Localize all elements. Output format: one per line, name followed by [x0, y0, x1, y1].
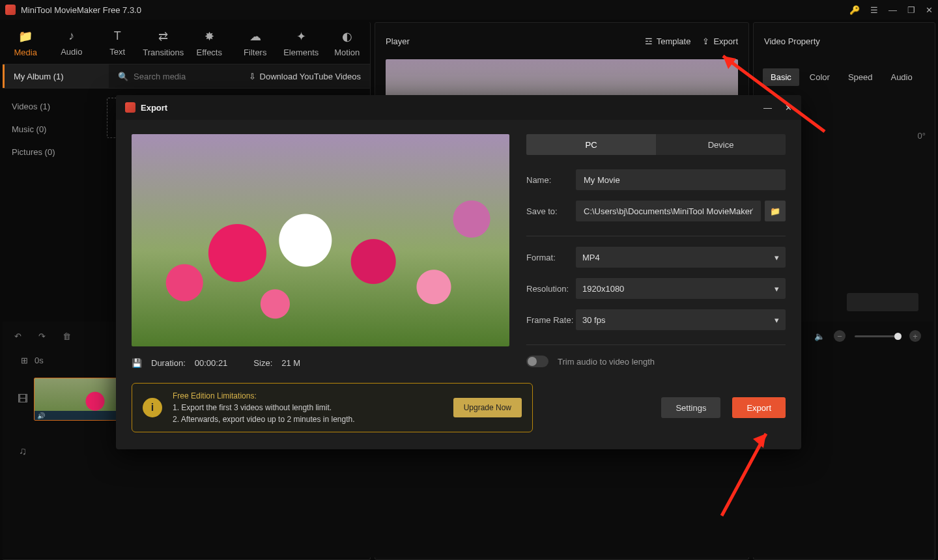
- prop-tab-audio[interactable]: Audio: [883, 68, 920, 86]
- clip-audio-icon: 🔊: [37, 412, 45, 419]
- dialog-app-icon: [125, 102, 135, 113]
- tab-elements[interactable]: ✦Elements: [278, 22, 324, 64]
- media-cat-videos[interactable]: Videos (1): [3, 95, 98, 118]
- export-target-pc[interactable]: PC: [526, 134, 656, 155]
- title-bar: MiniTool MovieMaker Free 7.3.0 🔑 ☰ — ❐ ✕: [0, 0, 938, 20]
- video-track-icon: 🎞: [12, 393, 34, 405]
- close-icon[interactable]: ✕: [926, 5, 933, 15]
- limitations-heading: Free Edition Limitations:: [173, 390, 443, 402]
- save-label: Save to:: [526, 206, 576, 216]
- tool-tabs: 📁Media ♪Audio TText ⇄Transitions ✸Effect…: [3, 22, 370, 64]
- prop-tab-basic[interactable]: Basic: [763, 68, 799, 86]
- browse-button[interactable]: 📁: [765, 201, 786, 221]
- tab-label: Audio: [61, 47, 82, 57]
- ruler-start: 0s: [35, 356, 44, 365]
- export-dialog: Export — ✕ 💾 Duration: 00:00:21 Size: 21…: [116, 95, 801, 449]
- export-icon: ⇪: [702, 36, 709, 46]
- resolution-select[interactable]: 1920x1080▾: [576, 278, 786, 299]
- search-placeholder: Search media: [134, 72, 186, 81]
- trim-audio-toggle[interactable]: [526, 356, 548, 367]
- tab-label: Motion: [334, 48, 360, 57]
- tab-label: Effects: [196, 48, 222, 57]
- reset-button[interactable]: [847, 293, 918, 311]
- template-button[interactable]: ☲Template: [645, 36, 691, 46]
- name-label: Name:: [526, 175, 576, 185]
- limitations-line2: 2. Afterwards, export video up to 2 minu…: [173, 413, 443, 425]
- undo-icon[interactable]: ↶: [14, 331, 21, 341]
- tab-filters[interactable]: ☁Filters: [233, 22, 279, 64]
- trim-audio-label: Trim audio to video length: [558, 357, 655, 367]
- zoom-in-icon[interactable]: +: [909, 330, 921, 342]
- menu-icon[interactable]: ☰: [870, 5, 878, 15]
- music-icon: ♪: [68, 29, 74, 43]
- size-label: Size:: [253, 358, 272, 368]
- tab-audio[interactable]: ♪Audio: [49, 22, 95, 64]
- zoom-slider[interactable]: [855, 335, 900, 337]
- tab-label: Text: [109, 47, 125, 57]
- dialog-close-icon[interactable]: ✕: [785, 103, 792, 113]
- upgrade-now-button[interactable]: Upgrade Now: [453, 398, 522, 417]
- chevron-down-icon: ▾: [775, 315, 779, 325]
- tab-label: Media: [14, 48, 37, 57]
- app-title: MiniTool MovieMaker Free 7.3.0: [21, 5, 141, 15]
- minimize-icon[interactable]: —: [888, 5, 897, 15]
- framerate-label: Frame Rate:: [526, 315, 576, 325]
- download-icon: ⇩: [249, 72, 256, 81]
- export-confirm-button[interactable]: Export: [732, 397, 786, 418]
- export-button[interactable]: ⇪Export: [702, 36, 738, 46]
- mute-icon[interactable]: 🔈: [814, 331, 825, 341]
- tab-transitions[interactable]: ⇄Transitions: [141, 22, 187, 64]
- media-cat-music[interactable]: Music (0): [3, 118, 98, 141]
- app-window: MiniTool MovieMaker Free 7.3.0 🔑 ☰ — ❐ ✕…: [0, 0, 938, 560]
- duration-label: Duration:: [151, 358, 186, 368]
- limitations-line1: 1. Export the first 3 videos without len…: [173, 402, 443, 413]
- dialog-title: Export: [141, 103, 167, 113]
- search-input[interactable]: 🔍 Search media: [109, 72, 240, 81]
- name-input[interactable]: [576, 169, 786, 190]
- duration-value: 00:00:21: [195, 358, 228, 368]
- delete-icon[interactable]: 🗑: [63, 331, 71, 341]
- format-select[interactable]: MP4▾: [576, 247, 786, 268]
- download-youtube-button[interactable]: ⇩ Download YouTube Videos: [240, 72, 370, 81]
- tab-label: Elements: [283, 48, 319, 57]
- tab-label: Transitions: [143, 48, 184, 57]
- settings-button[interactable]: Settings: [661, 397, 720, 418]
- export-preview: [132, 134, 509, 346]
- tab-motion[interactable]: ◐Motion: [324, 22, 371, 64]
- export-target-segmented: PC Device: [526, 134, 786, 155]
- effects-icon: ✸: [205, 29, 214, 44]
- prop-tab-speed[interactable]: Speed: [840, 68, 881, 86]
- tab-label: Filters: [244, 48, 266, 57]
- zoom-out-icon[interactable]: −: [834, 330, 846, 342]
- export-target-device[interactable]: Device: [656, 134, 786, 155]
- folder-icon: 📁: [18, 29, 33, 44]
- chevron-down-icon: ▾: [775, 284, 779, 294]
- audio-track-icon: ♫: [12, 445, 34, 457]
- folder-icon: 📁: [770, 206, 780, 216]
- elements-icon: ✦: [296, 29, 306, 44]
- dialog-minimize-icon[interactable]: —: [763, 103, 772, 113]
- album-tab[interactable]: My Album (1): [3, 64, 109, 88]
- template-icon: ☲: [645, 36, 653, 46]
- upgrade-key-icon[interactable]: 🔑: [849, 5, 860, 15]
- transition-icon: ⇄: [158, 29, 168, 44]
- free-limitations-box: i Free Edition Limitations: 1. Export th…: [132, 383, 533, 432]
- media-cat-pictures[interactable]: Pictures (0): [3, 141, 98, 163]
- add-marker-icon[interactable]: ⊞: [21, 356, 28, 365]
- search-icon: 🔍: [118, 72, 128, 81]
- framerate-select[interactable]: 30 fps▾: [576, 309, 786, 330]
- rotate-value: 0°: [918, 131, 926, 141]
- info-icon: i: [143, 398, 162, 417]
- filters-icon: ☁: [249, 29, 261, 44]
- save-meta-icon: 💾: [132, 358, 142, 368]
- player-title: Player: [386, 36, 410, 46]
- tab-effects[interactable]: ✸Effects: [186, 22, 233, 64]
- tab-text[interactable]: TText: [94, 22, 141, 64]
- save-path-input[interactable]: [576, 201, 761, 221]
- maximize-icon[interactable]: ❐: [907, 5, 915, 15]
- app-icon: [5, 5, 16, 15]
- prop-tab-color[interactable]: Color: [802, 68, 838, 86]
- redo-icon[interactable]: ↷: [38, 331, 46, 341]
- tab-media[interactable]: 📁Media: [3, 22, 49, 64]
- resolution-label: Resolution:: [526, 284, 576, 294]
